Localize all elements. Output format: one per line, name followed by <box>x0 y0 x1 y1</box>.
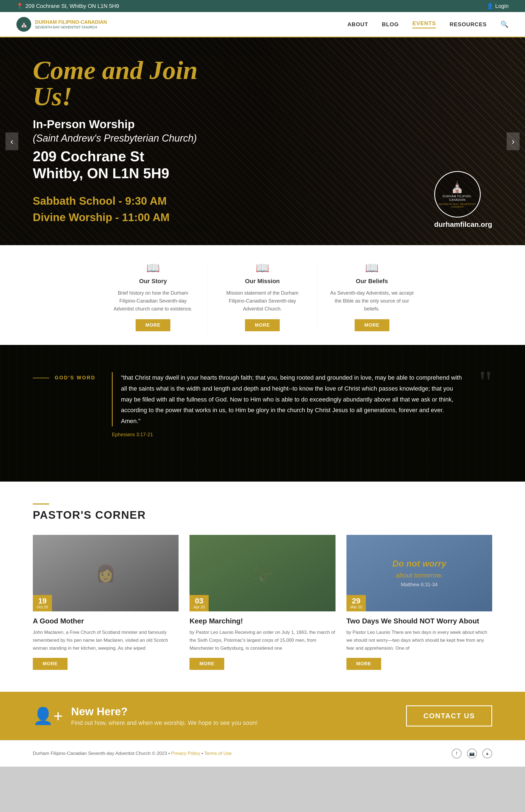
post-more-1[interactable]: MORE <box>33 658 68 670</box>
story-text: Brief history on how the Durham Filipino… <box>109 289 197 313</box>
post-title-1: A Good Mother <box>33 617 179 625</box>
scripture-label: GOD'S WORD <box>33 375 95 381</box>
badge-mid-text: Seventh-day Adventist Church <box>438 203 477 208</box>
nav-events[interactable]: EVENTS <box>412 20 436 28</box>
hero-subtitle: In-Person Worship <box>33 118 213 131</box>
facebook-icon[interactable]: f <box>452 749 462 759</box>
search-button[interactable]: 🔍 <box>500 20 509 28</box>
nav-about[interactable]: ABOUT <box>347 21 368 28</box>
post-month-1: Oct 20 <box>36 605 48 609</box>
post-text-2: by Pastor Leo Launio Receiving an order … <box>190 629 335 653</box>
mission-more-button[interactable]: MORE <box>245 319 280 331</box>
login-area[interactable]: 👤 Login <box>487 3 509 9</box>
post-more-2[interactable]: MORE <box>190 658 224 670</box>
badge-church-icon: ⛪ <box>450 181 464 194</box>
post-date-1: 19 Oct 20 <box>33 595 52 611</box>
post-more-3[interactable]: MORE <box>346 658 381 670</box>
post-month-2: Apr 20 <box>193 605 205 609</box>
post-text-1: John Maclaren, a Free Church of Scotland… <box>33 629 179 653</box>
logo[interactable]: ⛪ DURHAM FILIPINO-CANADIAN SEVENTH-DAY A… <box>16 17 107 32</box>
post-day-2: 03 <box>193 597 205 605</box>
new-here-subtitle: Find out how, where and when we worship.… <box>71 719 258 726</box>
instagram-icon[interactable]: 📷 <box>467 749 477 759</box>
mission-icon: 📖 <box>219 262 306 274</box>
info-card-beliefs: 📖 Our Beliefs As Seventh-day Adventists,… <box>317 262 426 331</box>
top-bar: 📍 209 Cochrane St, Whitby ON L1N 5H9 👤 L… <box>0 0 525 12</box>
pastors-corner-section: PASTOR'S CORNER 👩 19 Oct 20 A Good Mothe… <box>0 481 525 692</box>
post-day-3: 29 <box>350 597 362 605</box>
address-bar: 📍 209 Cochrane St, Whitby ON L1N 5H9 <box>16 3 119 9</box>
footer-copyright: Durham Filipino-Canadian Seventh-day Adv… <box>33 751 231 756</box>
post-card-2: 🪖 03 Apr 20 Keep Marching! by Pastor Leo… <box>190 535 335 670</box>
scripture-text-area: "that Christ may dwell in your hearts th… <box>112 372 462 438</box>
post-title-2: Keep Marching! <box>190 617 335 625</box>
mission-title: Our Mission <box>219 278 306 285</box>
new-here-icon: 👤+ <box>33 706 63 726</box>
badge-top-text: DURHAM FILIPINO-CANADIAN <box>438 195 477 202</box>
section-accent <box>33 503 49 505</box>
story-more-button[interactable]: MORE <box>136 319 170 331</box>
mission-text: Mission statement of the Durham Filipino… <box>219 289 306 313</box>
new-here-text-area: New Here? Find out how, where and when w… <box>71 705 258 726</box>
beliefs-more-button[interactable]: MORE <box>355 319 389 331</box>
location-icon: 📍 <box>16 3 23 9</box>
hero-section: ‹ Come and Join Us! In-Person Worship (S… <box>0 37 525 245</box>
hero-content: Come and Join Us! In-Person Worship (Sai… <box>0 57 246 226</box>
scripture-quote: "that Christ may dwell in your hearts th… <box>112 372 462 426</box>
post-month-3: Mar 20 <box>350 605 362 609</box>
footer: Durham Filipino-Canadian Seventh-day Adv… <box>0 740 525 767</box>
post-thumb-3: Do not worry about tomorrow. Matthew 6:3… <box>346 535 492 611</box>
info-card-mission: 📖 Our Mission Mission statement of the D… <box>208 262 317 331</box>
logo-icon: ⛪ <box>16 17 31 32</box>
beliefs-text: As Seventh-day Adventists, we accept the… <box>328 289 416 313</box>
logo-title: DURHAM FILIPINO-CANADIAN <box>35 19 107 26</box>
post-date-2: 03 Apr 20 <box>190 595 209 611</box>
logo-subtitle: SEVENTH-DAY ADVENTIST CHURCH <box>35 25 107 29</box>
hero-url: durhamfilcan.org <box>434 220 492 229</box>
hero-address-line2: Whitby, ON L1N 5H9 <box>33 165 169 181</box>
new-here-left: 👤+ New Here? Find out how, where and whe… <box>33 705 258 726</box>
user-icon: 👤 <box>487 3 494 9</box>
info-cards-section: 📖 Our Story Brief history on how the Dur… <box>0 245 525 345</box>
hero-badge-circle: ⛪ DURHAM FILIPINO-CANADIAN Seventh-day A… <box>434 171 481 217</box>
privacy-policy-link[interactable]: Privacy Policy <box>171 751 200 756</box>
contact-us-button[interactable]: CONTACT US <box>406 705 492 726</box>
main-nav: ABOUT BLOG EVENTS RESOURCES 🔍 <box>347 20 509 28</box>
footer-separator: • <box>201 751 204 756</box>
beliefs-title: Our Beliefs <box>328 278 416 285</box>
post-card-1: 👩 19 Oct 20 A Good Mother John Maclaren,… <box>33 535 179 670</box>
address-text: 209 Cochrane St, Whitby ON L1N 5H9 <box>26 3 119 9</box>
hero-address-line1: 209 Cochrane St <box>33 149 145 164</box>
hero-schedule-line1: Sabbath School - 9:30 AM <box>33 193 213 209</box>
post-title-3: Two Days We Should NOT Worry About <box>346 617 492 625</box>
quotemark-decoration: " <box>479 369 492 396</box>
other-social-icon[interactable]: ▲ <box>482 749 492 759</box>
hero-prev-button[interactable]: ‹ <box>5 133 18 150</box>
post-image-1: 👩 <box>33 535 179 611</box>
new-here-title: New Here? <box>71 705 258 718</box>
story-title: Our Story <box>109 278 197 285</box>
hero-subtitle-italic: (Saint Andrew's Presbyterian Church) <box>33 133 213 144</box>
logo-text-area: DURHAM FILIPINO-CANADIAN SEVENTH-DAY ADV… <box>35 19 107 30</box>
new-here-banner: 👤+ New Here? Find out how, where and whe… <box>0 692 525 740</box>
info-card-story: 📖 Our Story Brief history on how the Dur… <box>99 262 208 331</box>
hero-badge: ⛪ DURHAM FILIPINO-CANADIAN Seventh-day A… <box>434 171 492 229</box>
nav-resources[interactable]: RESOURCES <box>450 21 487 28</box>
post-day-1: 19 <box>36 597 48 605</box>
hero-next-button[interactable]: › <box>507 133 520 150</box>
post-image-3: Do not worry about tomorrow. Matthew 6:3… <box>346 535 492 611</box>
nav-blog[interactable]: BLOG <box>382 21 399 28</box>
hero-address: 209 Cochrane St Whitby, ON L1N 5H9 <box>33 148 213 182</box>
hero-schedule: Sabbath School - 9:30 AM Divine Worship … <box>33 193 213 226</box>
scripture-section: GOD'S WORD "that Christ may dwell in you… <box>0 345 525 481</box>
hero-title: Come and Join Us! <box>33 57 213 110</box>
scripture-reference: Ephesians 3:17-21 <box>112 432 462 438</box>
terms-of-use-link[interactable]: Terms of Use <box>204 751 231 756</box>
post-image-2: 🪖 <box>190 535 335 611</box>
post-thumb-1: 👩 19 Oct 20 <box>33 535 179 611</box>
post-card-3: Do not worry about tomorrow. Matthew 6:3… <box>346 535 492 670</box>
beliefs-icon: 📖 <box>328 262 416 274</box>
hero-schedule-line2: Divine Worship - 11:00 AM <box>33 209 213 226</box>
story-icon: 📖 <box>109 262 197 274</box>
login-link[interactable]: Login <box>495 3 509 9</box>
